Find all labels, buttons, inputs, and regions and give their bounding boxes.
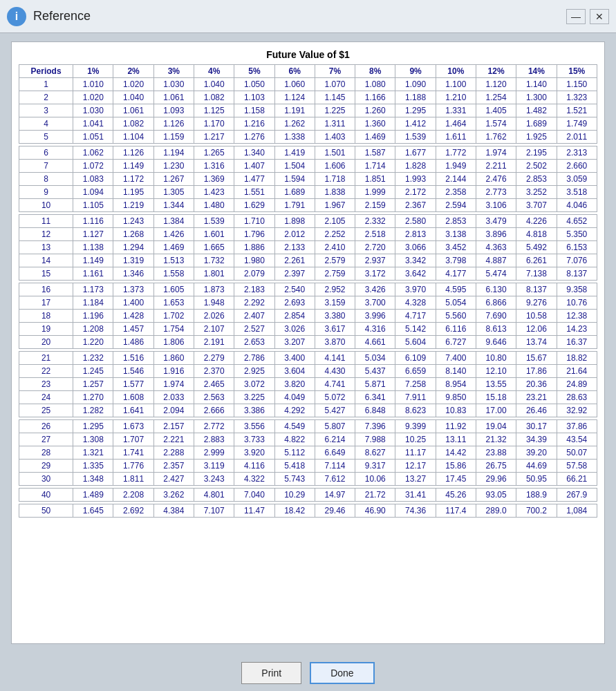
value-cell: 1.718 <box>315 173 355 186</box>
value-cell: 5.807 <box>315 420 355 433</box>
value-cell: 3.342 <box>395 254 436 267</box>
value-cell: 1.116 <box>73 215 113 228</box>
table-row: 131.1381.2941.4691.6651.8862.1332.4102.7… <box>19 241 597 254</box>
value-cell: 1.539 <box>395 131 436 144</box>
value-cell: 1.127 <box>73 228 113 241</box>
value-cell: 3.970 <box>395 283 436 296</box>
value-cell: 8.137 <box>557 267 597 281</box>
value-cell: 18.82 <box>557 352 597 365</box>
value-cell: 1.208 <box>73 323 113 336</box>
value-cell: 1.254 <box>476 91 516 104</box>
value-cell: 6.153 <box>557 241 597 254</box>
value-cell: 39.20 <box>516 446 557 460</box>
value-cell: 3.400 <box>274 352 315 365</box>
value-cell: 3.119 <box>194 460 234 473</box>
value-cell: 1.260 <box>355 104 395 117</box>
page-title: Reference <box>33 9 91 23</box>
value-cell: 1.140 <box>516 78 557 91</box>
close-button[interactable]: ✕ <box>590 9 609 24</box>
value-cell: 1.294 <box>113 241 153 254</box>
value-cell: 1.257 <box>73 378 113 391</box>
column-header: 8% <box>355 65 395 78</box>
value-cell: 15.18 <box>476 391 516 404</box>
done-button[interactable]: Done <box>310 662 374 684</box>
value-cell: 45.26 <box>436 489 476 502</box>
value-cell: 1.173 <box>73 283 113 296</box>
period-cell: 29 <box>19 460 73 473</box>
value-cell: 3.452 <box>436 241 476 254</box>
value-cell: 7.612 <box>315 473 355 486</box>
value-cell: 1.282 <box>73 404 113 417</box>
value-cell: 1.267 <box>153 173 194 186</box>
minimize-button[interactable]: — <box>566 9 586 24</box>
value-cell: 31.41 <box>395 489 436 502</box>
value-cell: 2.208 <box>113 489 153 502</box>
value-cell: 8.627 <box>355 446 395 460</box>
value-cell: 1.062 <box>73 146 113 160</box>
value-cell: 2.358 <box>436 186 476 199</box>
table-row: 121.1271.2681.4261.6011.7962.0122.2522.5… <box>19 228 597 241</box>
period-cell: 4 <box>19 117 73 131</box>
value-cell: 1.673 <box>113 420 153 433</box>
value-cell: 5.142 <box>395 323 436 336</box>
value-cell: 2.159 <box>355 199 395 212</box>
period-cell: 25 <box>19 404 73 417</box>
period-cell: 23 <box>19 378 73 391</box>
period-cell: 11 <box>19 215 73 228</box>
value-cell: 3.262 <box>153 489 194 502</box>
value-cell: 1.925 <box>516 131 557 144</box>
value-cell: 3.386 <box>234 404 274 417</box>
value-cell: 6.649 <box>315 446 355 460</box>
value-cell: 1.308 <box>73 433 113 446</box>
value-cell: 5.072 <box>315 391 355 404</box>
value-cell: 1.061 <box>113 104 153 117</box>
value-cell: 4.049 <box>274 391 315 404</box>
value-cell: 21.64 <box>557 365 597 378</box>
value-cell: 5.492 <box>516 241 557 254</box>
period-cell: 13 <box>19 241 73 254</box>
print-button[interactable]: Print <box>241 662 301 684</box>
value-cell: 1.469 <box>153 241 194 254</box>
value-cell: 6.341 <box>355 391 395 404</box>
table-row: 191.2081.4571.7542.1072.5273.0263.6174.3… <box>19 323 597 336</box>
value-cell: 2.502 <box>516 160 557 173</box>
table-row: 251.2821.6412.0942.6663.3864.2925.4276.8… <box>19 404 597 417</box>
value-cell: 1.051 <box>73 131 113 144</box>
value-cell: 2.252 <box>315 228 355 241</box>
value-cell: 1.776 <box>113 460 153 473</box>
value-cell: 1.103 <box>234 91 274 104</box>
value-cell: 3.707 <box>516 199 557 212</box>
value-cell: 2.720 <box>355 241 395 254</box>
value-cell: 1.170 <box>194 117 234 131</box>
value-cell: 1.801 <box>194 267 234 281</box>
value-cell: 1.641 <box>113 404 153 417</box>
value-cell: 1.702 <box>153 310 194 323</box>
value-cell: 12.17 <box>395 460 436 473</box>
value-cell: 1.161 <box>73 267 113 281</box>
period-cell: 30 <box>19 473 73 486</box>
value-cell: 5.427 <box>315 404 355 417</box>
value-cell: 4.818 <box>516 228 557 241</box>
value-cell: 1.166 <box>355 91 395 104</box>
value-cell: 2.476 <box>476 173 516 186</box>
value-cell: 2.937 <box>355 254 395 267</box>
value-cell: 8.954 <box>436 378 476 391</box>
value-cell: 1.124 <box>274 91 315 104</box>
value-cell: 1.689 <box>516 117 557 131</box>
table-title: Future Value of $1 <box>19 49 597 60</box>
value-cell: 2.211 <box>476 160 516 173</box>
value-cell: 1.601 <box>194 228 234 241</box>
value-cell: 1.060 <box>274 78 315 91</box>
value-cell: 1.480 <box>194 199 234 212</box>
value-cell: 9.276 <box>516 296 557 310</box>
value-cell: 1.311 <box>315 117 355 131</box>
value-cell: 1.120 <box>476 78 516 91</box>
value-cell: 2.292 <box>234 296 274 310</box>
value-cell: 1.191 <box>274 104 315 117</box>
value-cell: 26.46 <box>516 404 557 417</box>
period-cell: 27 <box>19 433 73 446</box>
table-row: 51.0511.1041.1591.2171.2761.3381.4031.46… <box>19 131 597 144</box>
value-cell: 2.313 <box>557 146 597 160</box>
value-cell: 1.093 <box>153 104 194 117</box>
value-cell: 6.727 <box>436 336 476 349</box>
